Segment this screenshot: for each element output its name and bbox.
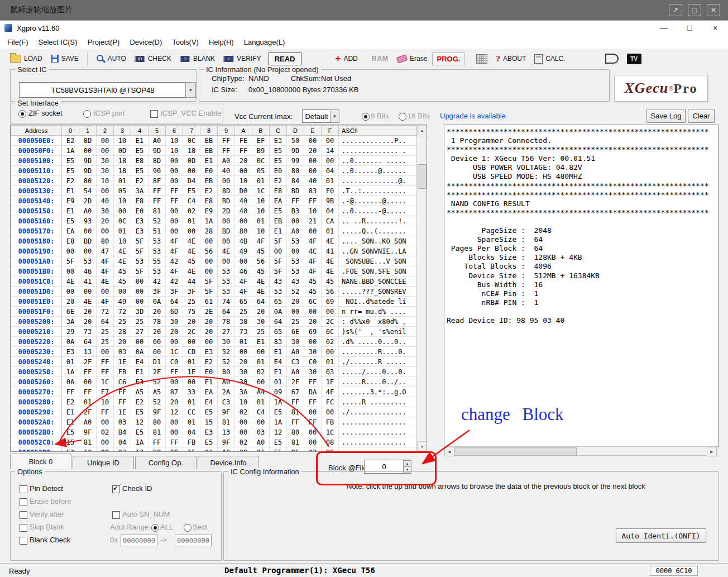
hex-byte-cell[interactable]: 53 <box>79 256 97 266</box>
hex-byte-cell[interactable]: 10 <box>114 196 131 206</box>
hex-byte-cell[interactable]: E1 <box>62 186 79 196</box>
scroll-down-icon[interactable]: ▼ <box>417 441 427 451</box>
hex-byte-cell[interactable]: FF <box>287 397 304 407</box>
hex-byte-cell[interactable]: 00 <box>166 427 183 437</box>
hex-byte-cell[interactable]: 00 <box>218 216 235 226</box>
hex-byte-cell[interactable]: 45 <box>252 266 270 276</box>
hex-byte-cell[interactable]: 00 <box>200 256 218 266</box>
hex-byte-cell[interactable]: 47 <box>97 246 114 256</box>
hex-byte-cell[interactable]: E5 <box>270 156 287 166</box>
hex-byte-cell[interactable]: 4E <box>97 276 114 287</box>
hex-byte-cell[interactable]: 01 <box>322 357 339 367</box>
about-button[interactable]: ? ABOUT <box>492 53 529 65</box>
tab-unique-id[interactable]: Unique ID <box>73 456 134 469</box>
hex-byte-cell[interactable]: 65 <box>235 297 252 307</box>
hex-byte-cell[interactable]: 10 <box>235 176 252 186</box>
hex-byte-cell[interactable]: 46 <box>235 266 252 276</box>
hex-byte-cell[interactable]: E2 <box>200 357 218 367</box>
hex-byte-cell[interactable]: 10 <box>97 176 114 186</box>
verify-button[interactable]: ✓ VERIFY <box>220 53 264 64</box>
hex-byte-cell[interactable]: EB <box>200 146 218 156</box>
hex-byte-cell[interactable]: 2A <box>218 387 235 397</box>
hex-byte-cell[interactable]: 40 <box>304 176 322 186</box>
hex-byte-cell[interactable]: 2C <box>322 317 339 327</box>
hex-byte-cell[interactable]: E1 <box>270 347 287 357</box>
hex-byte-cell[interactable]: 00 <box>166 337 183 347</box>
hex-byte-cell[interactable]: 04 <box>114 437 131 447</box>
addr-sect-radio[interactable] <box>184 524 191 532</box>
hex-byte-cell[interactable]: 4F <box>97 256 114 266</box>
hex-byte-cell[interactable]: 56 <box>322 287 339 297</box>
pin-detect-checkbox[interactable] <box>20 485 27 493</box>
hex-byte-cell[interactable]: 49 <box>235 246 252 256</box>
hex-byte-cell[interactable]: E3 <box>131 216 149 226</box>
read-button[interactable]: READ <box>269 53 301 65</box>
hex-byte-cell[interactable]: E1 <box>62 407 79 417</box>
hex-byte-cell[interactable]: 01 <box>235 337 252 347</box>
hex-byte-cell[interactable]: 0A <box>62 337 79 347</box>
minimize-icon[interactable]: — <box>651 21 677 35</box>
hex-byte-cell[interactable]: 0C <box>183 136 200 146</box>
hex-byte-cell[interactable]: EB <box>200 176 218 186</box>
hex-byte-cell[interactable]: 42 <box>166 256 183 266</box>
hex-byte-cell[interactable]: 53 <box>218 276 235 287</box>
hex-byte-cell[interactable]: 2E <box>200 307 218 317</box>
hex-byte-cell[interactable]: 4E <box>252 276 270 287</box>
menu-tools[interactable]: Tools(V) <box>167 38 204 46</box>
hex-byte-cell[interactable]: 0D <box>114 146 131 156</box>
logic-test-button[interactable] <box>602 52 622 65</box>
hex-byte-cell[interactable]: 15 <box>62 437 79 447</box>
hex-byte-cell[interactable]: 00 <box>304 156 322 166</box>
hex-byte-cell[interactable]: F7 <box>97 387 114 397</box>
hex-byte-cell[interactable]: 5F <box>270 256 287 266</box>
hex-byte-cell[interactable]: 00 <box>235 417 252 427</box>
hex-byte-cell[interactable]: 1C <box>322 427 339 437</box>
hex-byte-cell[interactable]: 53 <box>218 266 235 276</box>
hex-byte-cell[interactable]: 30 <box>252 317 270 327</box>
hex-byte-cell[interactable]: 30 <box>235 377 252 387</box>
hex-byte-cell[interactable]: 30 <box>218 337 235 347</box>
hex-byte-cell[interactable]: E3 <box>131 377 149 387</box>
hex-byte-cell[interactable]: 53 <box>131 256 149 266</box>
hex-byte-cell[interactable]: EF <box>252 136 270 146</box>
hex-byte-cell[interactable]: 00 <box>166 447 183 452</box>
hex-byte-cell[interactable]: 80 <box>97 236 114 246</box>
hex-byte-cell[interactable]: 00 <box>304 307 322 317</box>
hex-byte-cell[interactable]: 00 <box>183 377 200 387</box>
hex-byte-cell[interactable]: 3D <box>131 307 149 317</box>
addr-to-input[interactable] <box>175 535 212 546</box>
hex-byte-cell[interactable]: 00 <box>166 156 183 166</box>
hex-byte-cell[interactable]: 25 <box>183 297 200 307</box>
hex-byte-cell[interactable]: 4B <box>235 236 252 246</box>
hex-byte-cell[interactable]: 30 <box>166 317 183 327</box>
hex-byte-cell[interactable]: 25 <box>114 317 131 327</box>
hex-byte-cell[interactable]: 00 <box>287 246 304 256</box>
hex-byte-cell[interactable]: 00 <box>149 337 166 347</box>
hex-byte-cell[interactable]: A0 <box>149 136 166 146</box>
hex-byte-cell[interactable]: 1C <box>166 347 183 357</box>
restore-window-icon[interactable]: ▢ <box>688 4 701 16</box>
hex-byte-cell[interactable]: 00 <box>235 166 252 176</box>
hex-byte-cell[interactable]: E4 <box>270 357 287 367</box>
hex-byte-cell[interactable]: 5F <box>270 266 287 276</box>
hex-byte-cell[interactable]: FF <box>79 387 97 397</box>
hex-byte-cell[interactable]: 00 <box>200 337 218 347</box>
hex-byte-cell[interactable]: 1E <box>114 407 131 417</box>
hex-byte-cell[interactable]: FF <box>149 437 166 447</box>
scrollbar-thumb[interactable] <box>418 164 427 189</box>
hex-byte-cell[interactable]: 64 <box>79 337 97 347</box>
hex-byte-cell[interactable]: 01 <box>270 377 287 387</box>
hex-byte-cell[interactable]: 00 <box>235 447 252 452</box>
hex-byte-cell[interactable]: 83 <box>270 337 287 347</box>
hex-byte-cell[interactable]: 25 <box>235 307 252 317</box>
hex-byte-cell[interactable]: 01 <box>183 397 200 407</box>
hex-byte-cell[interactable]: 29 <box>62 327 79 337</box>
hex-byte-cell[interactable]: 00 <box>166 216 183 226</box>
hex-byte-cell[interactable]: 73 <box>235 327 252 337</box>
hex-byte-cell[interactable]: 55 <box>149 256 166 266</box>
hex-byte-cell[interactable]: 83 <box>304 186 322 196</box>
hex-byte-cell[interactable]: 43 <box>270 276 287 287</box>
hex-byte-cell[interactable]: FF <box>166 437 183 447</box>
hex-byte-cell[interactable]: 1C <box>252 186 270 196</box>
blank-check-checkbox[interactable] <box>20 537 27 545</box>
